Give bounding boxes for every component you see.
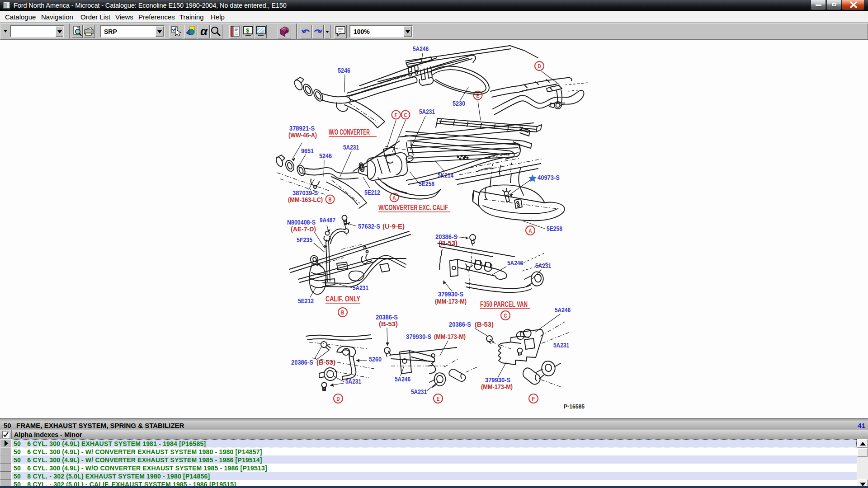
- svg-text:(B-53): (B-53): [379, 320, 398, 328]
- svg-text:40973-S: 40973-S: [538, 174, 560, 181]
- svg-text:$: $: [246, 27, 250, 34]
- svg-text:5A231: 5A231: [353, 284, 368, 291]
- svg-text:5A231: 5A231: [411, 388, 427, 395]
- svg-text:α: α: [200, 24, 208, 38]
- svg-text:(MM-173-M): (MM-173-M): [481, 383, 513, 390]
- svg-text:A: A: [529, 228, 532, 234]
- svg-text:5F235: 5F235: [297, 236, 312, 244]
- svg-text:57632-S: 57632-S: [358, 222, 380, 230]
- svg-text:(B-53): (B-53): [316, 358, 335, 366]
- svg-text:E: E: [437, 396, 440, 402]
- svg-text:5A231: 5A231: [343, 143, 359, 151]
- svg-text:W/CONVERTER EXC. CALIF: W/CONVERTER EXC. CALIF: [378, 203, 448, 211]
- svg-text:(WW-46-A): (WW-46-A): [288, 131, 317, 139]
- svg-text:379930-S: 379930-S: [438, 290, 463, 298]
- svg-text:5A246: 5A246: [413, 45, 429, 52]
- svg-text:C: C: [404, 112, 407, 118]
- svg-text:(MM-173-M): (MM-173-M): [434, 333, 466, 340]
- svg-text:379930-S: 379930-S: [406, 333, 431, 340]
- svg-text:9A487: 9A487: [320, 216, 335, 224]
- svg-text:5A246: 5A246: [507, 259, 523, 267]
- svg-text:20386-S: 20386-S: [291, 358, 313, 366]
- svg-text:CALIF. ONLY: CALIF. ONLY: [326, 295, 360, 303]
- svg-text:W/O CONVERTER: W/O CONVERTER: [329, 128, 370, 136]
- svg-text:5246: 5246: [338, 66, 350, 74]
- svg-text:(U-9-E): (U-9-E): [382, 222, 405, 230]
- svg-text:5A246: 5A246: [395, 375, 410, 383]
- svg-text:9651: 9651: [301, 147, 314, 155]
- svg-text:5260: 5260: [369, 355, 382, 363]
- svg-text:5A246: 5A246: [555, 306, 571, 314]
- svg-text:(B-53): (B-53): [439, 239, 458, 247]
- svg-text:F: F: [532, 396, 535, 402]
- svg-text:F350 PARCEL VAN: F350 PARCEL VAN: [480, 300, 528, 308]
- svg-text:(MM-173-M): (MM-173-M): [435, 297, 467, 305]
- svg-text:5E258: 5E258: [547, 225, 562, 232]
- svg-text:P-16585: P-16585: [564, 403, 585, 410]
- svg-text:5E212: 5E212: [364, 188, 380, 196]
- svg-text:B: B: [341, 310, 344, 316]
- svg-text:D: D: [337, 396, 340, 402]
- svg-text:5A231: 5A231: [535, 262, 551, 269]
- svg-text:20386-S: 20386-S: [449, 320, 471, 328]
- svg-text:E: E: [476, 93, 480, 99]
- svg-text:A: A: [393, 195, 396, 201]
- svg-text:5246: 5246: [319, 152, 332, 160]
- svg-text:5A231: 5A231: [419, 108, 435, 115]
- svg-text:5A231: 5A231: [553, 341, 569, 349]
- svg-text:5E212: 5E212: [298, 297, 314, 305]
- svg-text:D: D: [538, 63, 541, 70]
- svg-text:B: B: [329, 197, 332, 203]
- svg-text:F: F: [395, 112, 398, 118]
- svg-text:C: C: [504, 313, 507, 319]
- svg-text:(AE-7-D): (AE-7-D): [291, 225, 316, 233]
- svg-text:5230: 5230: [453, 99, 465, 107]
- svg-text:(B-53): (B-53): [475, 320, 494, 328]
- svg-text:(MM-163-LC): (MM-163-LC): [288, 196, 323, 203]
